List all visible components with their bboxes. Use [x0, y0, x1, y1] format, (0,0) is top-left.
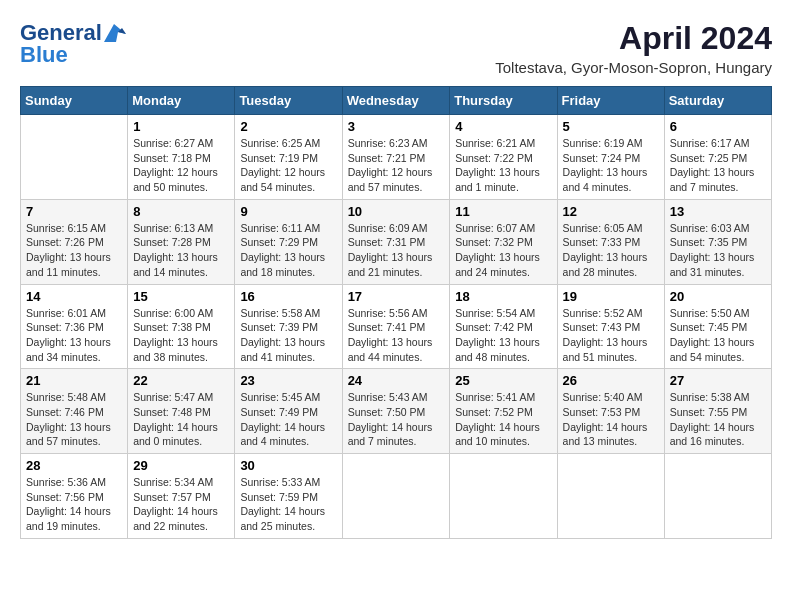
calendar-cell: 1Sunrise: 6:27 AMSunset: 7:18 PMDaylight… — [128, 115, 235, 200]
cell-content-line: Daylight: 13 hours — [670, 166, 755, 178]
cell-content-line: Daylight: 12 hours — [348, 166, 433, 178]
weekday-header-monday: Monday — [128, 87, 235, 115]
cell-content-line: Sunrise: 5:40 AM — [563, 391, 643, 403]
weekday-header-thursday: Thursday — [450, 87, 557, 115]
cell-content: Sunrise: 6:13 AMSunset: 7:28 PMDaylight:… — [133, 221, 229, 280]
cell-content-line: Sunset: 7:57 PM — [133, 491, 211, 503]
cell-content-line: and 13 minutes. — [563, 435, 638, 447]
day-number: 19 — [563, 289, 659, 304]
calendar-cell: 17Sunrise: 5:56 AMSunset: 7:41 PMDayligh… — [342, 284, 450, 369]
page-header: General Blue April 2024 Toltestava, Gyor… — [20, 20, 772, 76]
calendar-cell: 25Sunrise: 5:41 AMSunset: 7:52 PMDayligh… — [450, 369, 557, 454]
calendar-cell: 9Sunrise: 6:11 AMSunset: 7:29 PMDaylight… — [235, 199, 342, 284]
calendar-cell: 11Sunrise: 6:07 AMSunset: 7:32 PMDayligh… — [450, 199, 557, 284]
cell-content-line: Daylight: 14 hours — [240, 421, 325, 433]
day-number: 27 — [670, 373, 766, 388]
cell-content-line: and 11 minutes. — [26, 266, 101, 278]
title-block: April 2024 Toltestava, Gyor-Moson-Sopron… — [495, 20, 772, 76]
day-number: 26 — [563, 373, 659, 388]
day-number: 14 — [26, 289, 122, 304]
cell-content-line: Sunset: 7:53 PM — [563, 406, 641, 418]
cell-content: Sunrise: 5:36 AMSunset: 7:56 PMDaylight:… — [26, 475, 122, 534]
cell-content: Sunrise: 6:07 AMSunset: 7:32 PMDaylight:… — [455, 221, 551, 280]
cell-content-line: and 4 minutes. — [563, 181, 632, 193]
cell-content-line: Sunrise: 6:13 AM — [133, 222, 213, 234]
calendar-cell: 22Sunrise: 5:47 AMSunset: 7:48 PMDayligh… — [128, 369, 235, 454]
cell-content: Sunrise: 6:25 AMSunset: 7:19 PMDaylight:… — [240, 136, 336, 195]
day-number: 12 — [563, 204, 659, 219]
cell-content-line: Sunset: 7:28 PM — [133, 236, 211, 248]
calendar-cell — [450, 454, 557, 539]
cell-content-line: Daylight: 13 hours — [26, 421, 111, 433]
calendar-cell: 5Sunrise: 6:19 AMSunset: 7:24 PMDaylight… — [557, 115, 664, 200]
cell-content: Sunrise: 5:52 AMSunset: 7:43 PMDaylight:… — [563, 306, 659, 365]
cell-content-line: Daylight: 13 hours — [348, 336, 433, 348]
cell-content-line: and 4 minutes. — [240, 435, 309, 447]
cell-content-line: Sunset: 7:43 PM — [563, 321, 641, 333]
cell-content: Sunrise: 5:40 AMSunset: 7:53 PMDaylight:… — [563, 390, 659, 449]
calendar-cell: 28Sunrise: 5:36 AMSunset: 7:56 PMDayligh… — [21, 454, 128, 539]
cell-content-line: and 57 minutes. — [26, 435, 101, 447]
cell-content-line: Sunrise: 6:11 AM — [240, 222, 320, 234]
cell-content-line: Daylight: 13 hours — [26, 336, 111, 348]
cell-content-line: Daylight: 14 hours — [26, 505, 111, 517]
cell-content-line: Sunrise: 6:01 AM — [26, 307, 106, 319]
calendar-cell: 7Sunrise: 6:15 AMSunset: 7:26 PMDaylight… — [21, 199, 128, 284]
cell-content-line: Daylight: 13 hours — [563, 336, 648, 348]
cell-content: Sunrise: 5:56 AMSunset: 7:41 PMDaylight:… — [348, 306, 445, 365]
day-number: 7 — [26, 204, 122, 219]
cell-content: Sunrise: 6:21 AMSunset: 7:22 PMDaylight:… — [455, 136, 551, 195]
cell-content-line: Sunset: 7:33 PM — [563, 236, 641, 248]
cell-content-line: Sunset: 7:59 PM — [240, 491, 318, 503]
weekday-header-sunday: Sunday — [21, 87, 128, 115]
cell-content-line: and 25 minutes. — [240, 520, 315, 532]
cell-content-line: Daylight: 14 hours — [133, 421, 218, 433]
calendar-cell: 14Sunrise: 6:01 AMSunset: 7:36 PMDayligh… — [21, 284, 128, 369]
day-number: 23 — [240, 373, 336, 388]
cell-content: Sunrise: 6:03 AMSunset: 7:35 PMDaylight:… — [670, 221, 766, 280]
calendar-cell: 18Sunrise: 5:54 AMSunset: 7:42 PMDayligh… — [450, 284, 557, 369]
cell-content-line: Daylight: 13 hours — [240, 336, 325, 348]
cell-content-line: Sunrise: 5:33 AM — [240, 476, 320, 488]
cell-content-line: Daylight: 14 hours — [240, 505, 325, 517]
day-number: 3 — [348, 119, 445, 134]
cell-content-line: Sunset: 7:31 PM — [348, 236, 426, 248]
calendar-header-row: SundayMondayTuesdayWednesdayThursdayFrid… — [21, 87, 772, 115]
cell-content-line: and 50 minutes. — [133, 181, 208, 193]
cell-content-line: Sunset: 7:50 PM — [348, 406, 426, 418]
calendar-cell — [21, 115, 128, 200]
cell-content-line: and 22 minutes. — [133, 520, 208, 532]
cell-content-line: Sunrise: 6:25 AM — [240, 137, 320, 149]
calendar-cell: 15Sunrise: 6:00 AMSunset: 7:38 PMDayligh… — [128, 284, 235, 369]
cell-content-line: Sunrise: 5:58 AM — [240, 307, 320, 319]
cell-content-line: Sunrise: 5:38 AM — [670, 391, 750, 403]
cell-content-line: Sunrise: 5:50 AM — [670, 307, 750, 319]
cell-content-line: and 34 minutes. — [26, 351, 101, 363]
cell-content: Sunrise: 5:54 AMSunset: 7:42 PMDaylight:… — [455, 306, 551, 365]
cell-content: Sunrise: 6:15 AMSunset: 7:26 PMDaylight:… — [26, 221, 122, 280]
cell-content-line: Sunset: 7:55 PM — [670, 406, 748, 418]
cell-content: Sunrise: 6:11 AMSunset: 7:29 PMDaylight:… — [240, 221, 336, 280]
calendar-cell: 13Sunrise: 6:03 AMSunset: 7:35 PMDayligh… — [664, 199, 771, 284]
cell-content: Sunrise: 6:09 AMSunset: 7:31 PMDaylight:… — [348, 221, 445, 280]
cell-content-line: Daylight: 12 hours — [240, 166, 325, 178]
cell-content-line: and 57 minutes. — [348, 181, 423, 193]
day-number: 18 — [455, 289, 551, 304]
calendar-cell: 20Sunrise: 5:50 AMSunset: 7:45 PMDayligh… — [664, 284, 771, 369]
calendar-week-row: 28Sunrise: 5:36 AMSunset: 7:56 PMDayligh… — [21, 454, 772, 539]
cell-content-line: and 7 minutes. — [348, 435, 417, 447]
cell-content-line: and 0 minutes. — [133, 435, 202, 447]
calendar-cell: 30Sunrise: 5:33 AMSunset: 7:59 PMDayligh… — [235, 454, 342, 539]
calendar-week-row: 1Sunrise: 6:27 AMSunset: 7:18 PMDaylight… — [21, 115, 772, 200]
cell-content-line: and 44 minutes. — [348, 351, 423, 363]
cell-content: Sunrise: 5:41 AMSunset: 7:52 PMDaylight:… — [455, 390, 551, 449]
calendar-cell: 29Sunrise: 5:34 AMSunset: 7:57 PMDayligh… — [128, 454, 235, 539]
calendar-cell: 4Sunrise: 6:21 AMSunset: 7:22 PMDaylight… — [450, 115, 557, 200]
day-number: 13 — [670, 204, 766, 219]
day-number: 30 — [240, 458, 336, 473]
cell-content-line: and 41 minutes. — [240, 351, 315, 363]
cell-content-line: Daylight: 12 hours — [133, 166, 218, 178]
cell-content-line: Sunrise: 5:56 AM — [348, 307, 428, 319]
cell-content-line: Sunrise: 5:45 AM — [240, 391, 320, 403]
cell-content-line: Daylight: 13 hours — [240, 251, 325, 263]
